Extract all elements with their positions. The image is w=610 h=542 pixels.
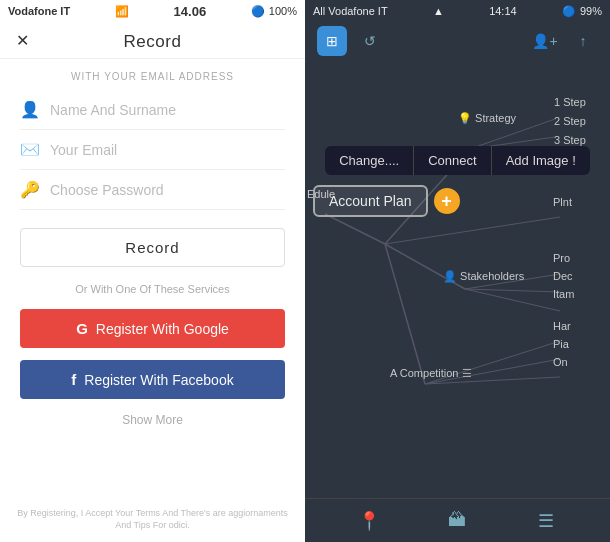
battery-right: 99% <box>580 5 602 17</box>
pro-node[interactable]: Pro <box>553 252 570 264</box>
or-label: Or With One Of These Services <box>0 283 305 295</box>
form-area: 👤 ✉️ 🔑 <box>0 90 305 210</box>
bluetooth-icon-left: 🔵 <box>251 5 265 18</box>
wifi-icon-right: ▲ <box>433 5 444 17</box>
plus-icon: + <box>441 191 452 212</box>
google-register-button[interactable]: G Register With Google <box>20 309 285 348</box>
left-panel: Vodafone IT 📶 14.06 🔵 100% ✕ Record WITH… <box>0 0 305 542</box>
battery-area-right: 🔵 99% <box>562 5 602 18</box>
status-bar-left: Vodafone IT 📶 14.06 🔵 100% <box>0 0 305 22</box>
record-title: Record <box>124 32 182 52</box>
pin-button[interactable]: 📍 <box>354 506 384 536</box>
add-node-button[interactable]: + <box>434 188 460 214</box>
footer-content: By Registering, I Accept Your Terms And … <box>17 508 288 531</box>
show-more-button[interactable]: Show More <box>0 413 305 427</box>
competition-node[interactable]: A Competition ☰ <box>390 367 472 380</box>
svg-line-7 <box>465 289 560 292</box>
email-icon: ✉️ <box>20 140 40 159</box>
step3-node[interactable]: 3 Step <box>554 134 586 146</box>
undo-icon: ↺ <box>364 33 376 49</box>
stakeholders-node[interactable]: 👤 Stakeholders <box>443 270 524 283</box>
svg-line-8 <box>465 289 560 311</box>
svg-line-13 <box>385 217 560 244</box>
add-user-button[interactable]: 👤+ <box>530 26 560 56</box>
grid-icon: ⊞ <box>326 33 338 49</box>
time-right: 14:14 <box>489 5 517 17</box>
right-panel: All Vodafone IT ▲ 14:14 🔵 99% ⊞ ↺ 👤+ ↑ <box>305 0 610 542</box>
plnt-node[interactable]: Plnt <box>553 196 572 208</box>
pin-icon: 📍 <box>358 510 380 532</box>
carrier-left: Vodafone IT <box>8 5 70 17</box>
lock-icon: 🔑 <box>20 180 40 199</box>
itam-node[interactable]: Itam <box>553 288 574 300</box>
map-canvas: Change.... Connect Add Image ! Account P… <box>305 60 610 498</box>
share-icon: ↑ <box>580 33 587 49</box>
password-input[interactable] <box>50 182 285 198</box>
change-button[interactable]: Change.... <box>325 146 414 175</box>
toolbar-right: 👤+ ↑ <box>530 26 598 56</box>
connect-button[interactable]: Connect <box>414 146 491 175</box>
footer-text: By Registering, I Accept Your Terms And … <box>0 507 305 532</box>
step1-node[interactable]: 1 Step <box>554 96 586 108</box>
password-row: 🔑 <box>20 170 285 210</box>
top-toolbar: ⊞ ↺ 👤+ ↑ <box>305 22 610 60</box>
wifi-icon-left: 📶 <box>115 5 129 18</box>
image-button[interactable]: 🏔 <box>442 506 472 536</box>
name-input[interactable] <box>50 102 285 118</box>
record-header: ✕ Record <box>0 22 305 59</box>
on-node[interactable]: On <box>553 356 568 368</box>
person-icon: 👤 <box>20 100 40 119</box>
step2-node[interactable]: 2 Step <box>554 115 586 127</box>
battery-left: 100% <box>269 5 297 17</box>
context-toolbar: Change.... Connect Add Image ! <box>305 146 610 175</box>
email-input[interactable] <box>50 142 285 158</box>
undo-button[interactable]: ↺ <box>355 26 385 56</box>
account-plan-box[interactable]: Account Plan <box>313 185 428 217</box>
record-button[interactable]: Record <box>20 228 285 267</box>
image-icon: 🏔 <box>448 510 466 531</box>
facebook-icon: f <box>71 371 76 388</box>
svg-line-9 <box>385 244 425 384</box>
pia-node[interactable]: Pia <box>553 338 569 350</box>
svg-line-1 <box>325 214 385 244</box>
share-button[interactable]: ↑ <box>568 26 598 56</box>
status-bar-right: All Vodafone IT ▲ 14:14 🔵 99% <box>305 0 610 22</box>
competition-icon: ☰ <box>462 367 472 379</box>
strategy-icon: 💡 <box>458 112 472 124</box>
menu-icon: ☰ <box>538 510 554 532</box>
facebook-btn-label: Register With Facebook <box>84 372 233 388</box>
close-button[interactable]: ✕ <box>16 31 29 50</box>
carrier-right: All Vodafone IT <box>313 5 388 17</box>
facebook-register-button[interactable]: f Register With Facebook <box>20 360 285 399</box>
google-icon: G <box>76 320 88 337</box>
stakeholders-icon: 👤 <box>443 270 457 282</box>
har-node[interactable]: Har <box>553 320 571 332</box>
add-user-icon: 👤+ <box>532 33 557 49</box>
email-row: ✉️ <box>20 130 285 170</box>
form-subtitle: WITH YOUR EMAIL ADDRESS <box>0 71 305 82</box>
name-row: 👤 <box>20 90 285 130</box>
menu-button[interactable]: ☰ <box>531 506 561 536</box>
dec-node[interactable]: Dec <box>553 270 573 282</box>
bottom-toolbar: 📍 🏔 ☰ <box>305 498 610 542</box>
grid-button[interactable]: ⊞ <box>317 26 347 56</box>
add-image-button[interactable]: Add Image ! <box>492 146 590 175</box>
google-btn-label: Register With Google <box>96 321 229 337</box>
toolbar-left: ⊞ ↺ <box>317 26 385 56</box>
battery-area-left: 🔵 100% <box>251 5 297 18</box>
time-left: 14.06 <box>174 4 207 19</box>
strategy-node[interactable]: 💡 Strategy <box>458 112 516 125</box>
bluetooth-icon-right: 🔵 <box>562 5 576 18</box>
account-plan-node: Account Plan + <box>313 185 460 217</box>
